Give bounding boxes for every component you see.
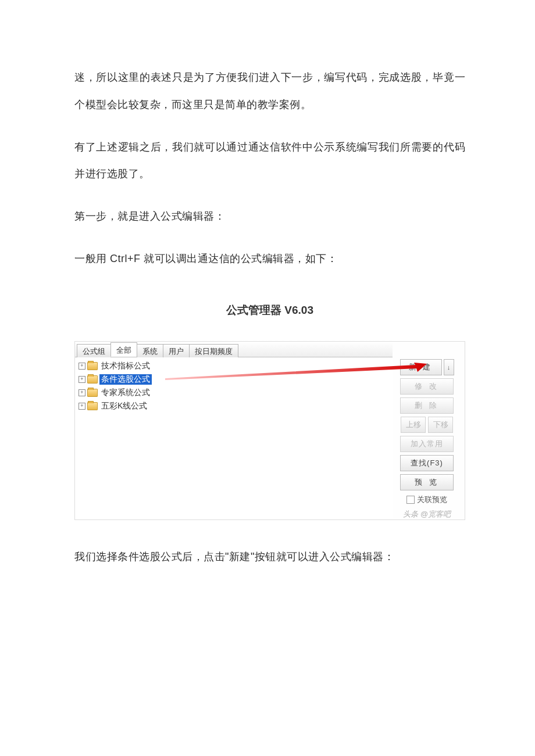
preview-button[interactable]: 预 览 xyxy=(400,474,454,490)
tab-all[interactable]: 全部 xyxy=(110,342,137,357)
paragraph-4: 一般用 Ctrl+F 就可以调出通达信的公式编辑器，如下： xyxy=(74,245,465,273)
move-down-button[interactable]: 下移 xyxy=(428,417,453,433)
new-dropdown-icon[interactable]: ↓ xyxy=(444,359,454,375)
tree-label: 五彩K线公式 xyxy=(99,401,149,411)
folder-icon xyxy=(87,362,98,370)
figure-title: 公式管理器 V6.03 xyxy=(74,303,465,318)
tree-area: 公式组 全部 系统 用户 按日期频度 + 技术指标公式 + 条件选股公式 xyxy=(75,342,393,519)
tab-bar: 公式组 全部 系统 用户 按日期频度 xyxy=(75,342,393,357)
link-preview-checkbox-row[interactable]: 关联预览 xyxy=(406,495,447,505)
tab-user[interactable]: 用户 xyxy=(163,344,190,357)
folder-icon xyxy=(87,375,98,384)
tree-row-expert-system[interactable]: + 专家系统公式 xyxy=(76,386,393,400)
expand-icon[interactable]: + xyxy=(79,376,85,383)
tab-frequency[interactable]: 按日期频度 xyxy=(189,344,238,357)
document-page: 迷，所以这里的表述只是为了方便我们进入下一步，编写代码，完成选股，毕竟一个模型会… xyxy=(0,0,535,756)
tree-label: 专家系统公式 xyxy=(99,388,152,398)
watermark-text: 头条 @宽客吧 xyxy=(403,509,451,519)
svg-marker-0 xyxy=(165,363,427,380)
delete-button[interactable]: 删 除 xyxy=(400,397,454,414)
find-button[interactable]: 查找(F3) xyxy=(400,455,454,471)
tree-label: 技术指标公式 xyxy=(99,361,152,371)
paragraph-1: 迷，所以这里的表述只是为了方便我们进入下一步，编写代码，完成选股，毕竟一个模型会… xyxy=(74,64,465,119)
formula-manager-screenshot: 公式组 全部 系统 用户 按日期频度 + 技术指标公式 + 条件选股公式 xyxy=(74,341,465,520)
move-buttons-row: 上移 下移 xyxy=(401,417,453,433)
annotation-arrow-icon xyxy=(165,363,427,386)
tab-system[interactable]: 系统 xyxy=(137,344,163,357)
paragraph-5: 我们选择条件选股公式后，点击"新建"按钮就可以进入公式编辑器： xyxy=(74,543,465,571)
checkbox-icon[interactable] xyxy=(406,496,415,504)
folder-icon xyxy=(87,402,98,410)
link-preview-label: 关联预览 xyxy=(417,495,447,505)
tree-label-selected: 条件选股公式 xyxy=(99,374,152,385)
move-up-button[interactable]: 上移 xyxy=(401,417,426,433)
folder-icon xyxy=(87,389,98,397)
expand-icon[interactable]: + xyxy=(79,389,85,396)
tab-group[interactable]: 公式组 xyxy=(77,344,111,357)
add-to-favorites-button[interactable]: 加入常用 xyxy=(400,436,454,452)
paragraph-2: 有了上述逻辑之后，我们就可以通过通达信软件中公示系统编写我们所需要的代码并进行选… xyxy=(74,134,465,188)
paragraph-3: 第一步，就是进入公式编辑器： xyxy=(74,203,465,230)
tree-row-color-kline[interactable]: + 五彩K线公式 xyxy=(76,400,393,413)
expand-icon[interactable]: + xyxy=(79,403,85,410)
expand-icon[interactable]: + xyxy=(79,363,85,370)
